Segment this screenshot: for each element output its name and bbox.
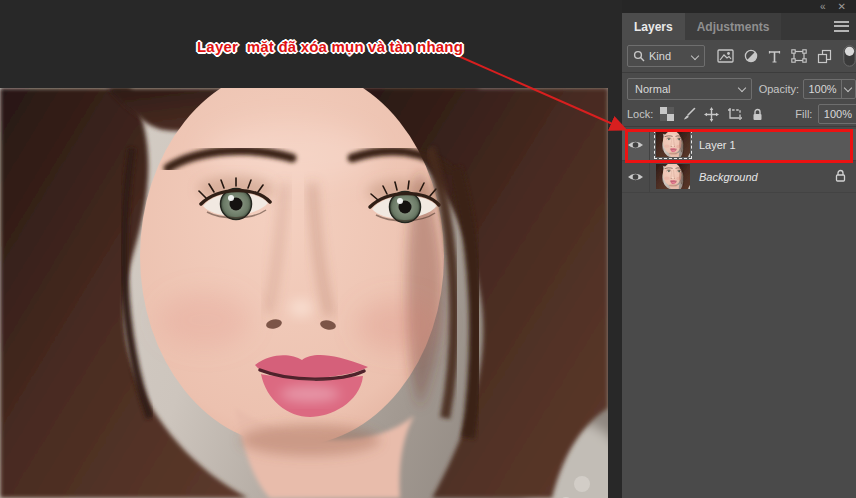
- layer-thumbnail[interactable]: [656, 132, 690, 157]
- lock-image-icon[interactable]: [682, 107, 696, 121]
- lock-fill-row: Lock: Fill: 100%: [622, 102, 856, 127]
- filter-toggle-switch[interactable]: [843, 45, 856, 67]
- panel-tabbar: Layers Adjustments: [622, 13, 856, 40]
- search-icon: [633, 50, 645, 62]
- kind-filter-dropdown[interactable]: Kind: [627, 45, 705, 67]
- adjustment-layer-filter-icon[interactable]: [744, 49, 758, 63]
- layers-panel: « ✕ Layers Adjustments Kind: [622, 0, 856, 498]
- smart-object-filter-icon[interactable]: [817, 49, 832, 64]
- chevron-down-icon: [845, 85, 852, 92]
- opacity-value[interactable]: 100%: [804, 80, 841, 98]
- lock-all-icon[interactable]: [752, 108, 763, 121]
- tab-adjustments[interactable]: Adjustments: [685, 13, 782, 40]
- blend-mode-dropdown[interactable]: Normal: [627, 78, 752, 100]
- layer-name[interactable]: Layer 1: [699, 139, 736, 151]
- layer-filter-row: Kind: [622, 40, 856, 73]
- layer-lock-icon[interactable]: [835, 168, 846, 186]
- layer-row-background[interactable]: Background: [622, 161, 856, 193]
- layer-thumbnail[interactable]: [656, 164, 690, 189]
- type-layer-filter-icon[interactable]: [768, 50, 781, 63]
- layers-list: Layer 1 Background: [622, 129, 856, 193]
- opacity-control: 100%: [803, 79, 856, 99]
- tab-adjustments-label: Adjustments: [697, 20, 770, 34]
- visibility-eye-icon[interactable]: [622, 129, 650, 160]
- blend-mode-value: Normal: [635, 83, 670, 95]
- opacity-label: Opacity:: [759, 83, 799, 95]
- chevron-down-icon: [692, 53, 699, 60]
- opacity-dropdown-button[interactable]: [841, 80, 855, 98]
- annotation-text: Layer mặt đã xóa mụn và tàn nhang: [197, 38, 463, 55]
- pixel-layer-filter-icon[interactable]: [717, 49, 734, 63]
- collapse-panel-icon[interactable]: «: [820, 2, 826, 12]
- photoshop-workspace: Layer mặt đã xóa mụn và tàn nhang « ✕ La…: [0, 0, 856, 498]
- kind-filter-label: Kind: [649, 50, 671, 62]
- visibility-eye-icon[interactable]: [622, 161, 650, 192]
- fill-control: 100%: [818, 104, 856, 124]
- close-panel-icon[interactable]: ✕: [838, 2, 846, 12]
- lock-transparency-icon[interactable]: [660, 107, 674, 121]
- layer-row-layer1[interactable]: Layer 1: [622, 129, 856, 161]
- portrait-photo[interactable]: [0, 88, 608, 498]
- lock-position-icon[interactable]: [704, 107, 719, 122]
- document-canvas[interactable]: Layer mặt đã xóa mụn và tàn nhang: [0, 0, 622, 498]
- chevron-down-icon: [739, 85, 746, 92]
- tab-layers[interactable]: Layers: [622, 13, 685, 40]
- fill-label: Fill:: [795, 108, 812, 120]
- hamburger-menu-icon[interactable]: [834, 21, 849, 32]
- panel-header: « ✕: [622, 0, 856, 13]
- blend-opacity-row: Normal Opacity: 100%: [622, 75, 856, 102]
- layer-name[interactable]: Background: [699, 171, 758, 183]
- tab-layers-label: Layers: [634, 20, 673, 34]
- lock-label: Lock:: [627, 108, 653, 120]
- shape-layer-filter-icon[interactable]: [791, 49, 807, 63]
- fill-value[interactable]: 100%: [819, 105, 856, 123]
- lock-artboard-icon[interactable]: [727, 107, 743, 121]
